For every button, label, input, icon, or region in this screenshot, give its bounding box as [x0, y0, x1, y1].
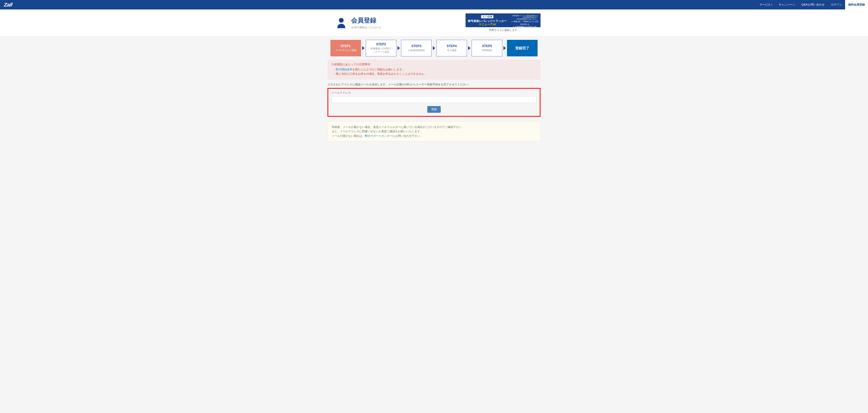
hero-section: 会員登録 (お取引開始はこちらから) カイカ証券 暗号資産レバレッジトラッカー … [0, 9, 868, 36]
nav-service[interactable]: サービス ▾ [756, 0, 775, 9]
title-block: 会員登録 (お取引開始はこちらから) [335, 16, 381, 29]
user-icon [335, 17, 347, 29]
email-label: メールアドレス [332, 91, 536, 95]
step-arrow-icon [362, 46, 365, 50]
email-input[interactable] [332, 96, 536, 103]
ad-block[interactable]: カイカ証券 暗号資産レバレッジトラッカー リニューアル! ※暗号資産トラッカーは… [466, 13, 540, 32]
nav-campaign[interactable]: キャンペーン [775, 0, 798, 9]
support-center-link[interactable]: 弊社サポートセンター [365, 134, 392, 137]
nav-register[interactable]: 無料会員登録 [845, 0, 868, 9]
form-highlight: メールアドレス 登録 [328, 88, 540, 117]
notice-box: 口座開設にあたっての注意事項 ・取引開始基準を満たした上でのご登録をお願いします… [328, 60, 540, 80]
nav-login[interactable]: ログイン [828, 0, 845, 9]
notice-item-2: ・既に当社に口座をお持ちの場合、再度お申込みただくことはできません。 [332, 72, 536, 76]
logo[interactable]: Zaif [4, 2, 12, 8]
info-box: 登録後、メールが届かない場合、迷惑メールフォルダーに届いている場合がございますの… [328, 122, 540, 141]
notice-link-criteria[interactable]: 取引開始基準 [336, 68, 352, 71]
step-final: 登録完了 [507, 40, 537, 57]
step-3: STEP3 お客様情報登録 [401, 40, 432, 57]
step-2: STEP2 各種書面への同意と パスワード設定 [366, 40, 396, 57]
step-arrow-icon [503, 46, 506, 50]
notice-title: 口座開設にあたっての注意事項 [332, 63, 536, 66]
nav: サービス ▾ キャンペーン Q&A/お問い合わせ ログイン 無料会員登録 [756, 0, 868, 9]
steps-section: STEP1 メールアドレス登録 STEP2 各種書面への同意と パスワード設定 … [0, 36, 868, 150]
step-1: STEP1 メールアドレス登録 [331, 40, 361, 57]
ad-line2: リニューアル! [468, 23, 507, 26]
ad-caption: 外部サイトに接続します [466, 28, 540, 32]
header: Zaif サービス ▾ キャンペーン Q&A/お問い合わせ ログイン 無料会員登… [0, 0, 868, 9]
step-arrow-icon [398, 46, 400, 50]
ad-line1: 暗号資産レバレッジトラッカー [468, 19, 507, 23]
step-arrow-icon [468, 46, 470, 50]
ad-brand: カイカ証券 [481, 15, 493, 18]
page-title: 会員登録 [351, 16, 381, 25]
step-arrow-icon [433, 46, 435, 50]
caret-down-icon: ▾ [771, 4, 772, 6]
page-subtitle: (お取引開始はこちらから) [351, 26, 381, 29]
nav-qa[interactable]: Q&A/お問い合わせ [798, 0, 828, 9]
submit-button[interactable]: 登録 [427, 106, 441, 113]
notice-item-1: ・取引開始基準を満たした上でのご登録をお願いします。 [332, 68, 536, 71]
form-instruction: 入力されたアドレスに確認メールを送信します。メール記載のURLからユーザー登録手… [328, 83, 540, 87]
svg-point-0 [339, 18, 344, 23]
step-5: STEP5 2段階認証 [472, 40, 502, 57]
step-4: STEP4 本人確認 [436, 40, 467, 57]
